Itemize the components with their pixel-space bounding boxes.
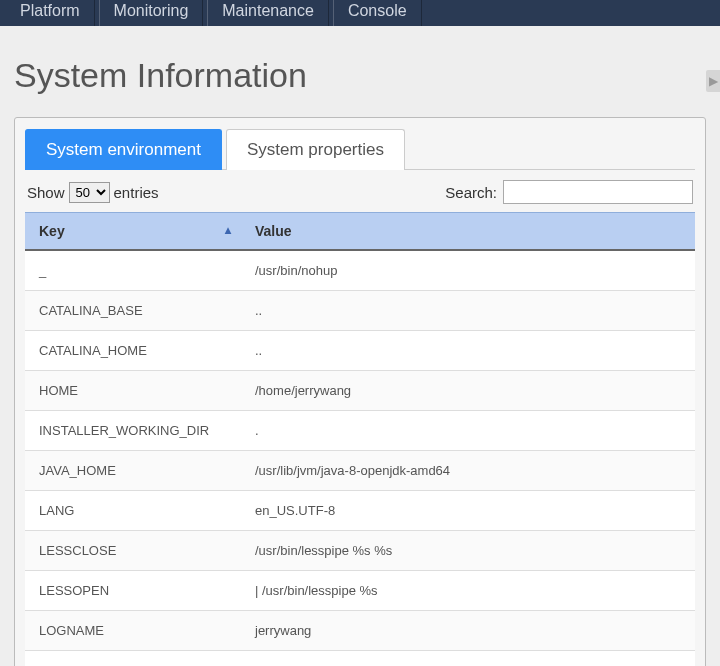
search-input[interactable] — [503, 180, 693, 204]
cell-value: /usr/bin/nohup — [241, 250, 695, 291]
tab-system-environment[interactable]: System environment — [25, 129, 222, 170]
cell-key: LOGNAME — [25, 611, 241, 651]
cell-key: LS_COLORS — [25, 651, 241, 667]
search-label: Search: — [445, 184, 497, 201]
cell-key: _ — [25, 250, 241, 291]
cell-value: .. — [241, 291, 695, 331]
cell-value: /home/jerrywang — [241, 371, 695, 411]
cell-key: LESSCLOSE — [25, 531, 241, 571]
cell-key: INSTALLER_WORKING_DIR — [25, 411, 241, 451]
nav-platform[interactable]: Platform — [6, 0, 95, 26]
table-row: LS_COLORSrs=0:di=01;34:ln=01;36:mh=00:pi… — [25, 651, 695, 667]
table-row: LESSCLOSE/usr/bin/lesspipe %s %s — [25, 531, 695, 571]
cell-value: .. — [241, 331, 695, 371]
table-row: LOGNAMEjerrywang — [25, 611, 695, 651]
show-label-prefix: Show — [27, 184, 65, 201]
forward-icon[interactable]: ▶ — [706, 70, 720, 92]
cell-key: CATALINA_BASE — [25, 291, 241, 331]
tab-system-properties[interactable]: System properties — [226, 129, 405, 170]
cell-value: rs=0:di=01;34:ln=01;36:mh=00:pi=40;33:so… — [241, 651, 695, 667]
nav-console[interactable]: Console — [333, 0, 422, 26]
table-row: INSTALLER_WORKING_DIR. — [25, 411, 695, 451]
nav-maintenance[interactable]: Maintenance — [207, 0, 329, 26]
cell-key: LANG — [25, 491, 241, 531]
cell-key: JAVA_HOME — [25, 451, 241, 491]
column-header-value[interactable]: Value — [241, 213, 695, 251]
table-toolbar: Show 50 entries Search: — [25, 180, 695, 212]
cell-key: CATALINA_HOME — [25, 331, 241, 371]
cell-key: LESSOPEN — [25, 571, 241, 611]
column-header-key[interactable]: Key — [25, 213, 241, 251]
table-row: LANGen_US.UTF-8 — [25, 491, 695, 531]
table-row: JAVA_HOME/usr/lib/jvm/java-8-openjdk-amd… — [25, 451, 695, 491]
cell-value: jerrywang — [241, 611, 695, 651]
cell-value: /usr/bin/lesspipe %s %s — [241, 531, 695, 571]
cell-key: HOME — [25, 371, 241, 411]
cell-value: . — [241, 411, 695, 451]
table-row: CATALINA_HOME.. — [25, 331, 695, 371]
page-size-select[interactable]: 50 — [69, 182, 110, 203]
top-navbar: Platform Monitoring Maintenance Console — [0, 0, 720, 26]
env-table: Key Value _/usr/bin/nohupCATALINA_BASE..… — [25, 212, 695, 666]
cell-value: en_US.UTF-8 — [241, 491, 695, 531]
cell-value: /usr/lib/jvm/java-8-openjdk-amd64 — [241, 451, 695, 491]
cell-value: | /usr/bin/lesspipe %s — [241, 571, 695, 611]
nav-monitoring[interactable]: Monitoring — [99, 0, 204, 26]
show-label-suffix: entries — [114, 184, 159, 201]
table-row: _/usr/bin/nohup — [25, 250, 695, 291]
page-title: System Information — [14, 56, 706, 95]
info-panel: System environment System properties Sho… — [14, 117, 706, 666]
tab-bar: System environment System properties — [25, 128, 695, 170]
table-row: HOME/home/jerrywang — [25, 371, 695, 411]
table-row: CATALINA_BASE.. — [25, 291, 695, 331]
table-row: LESSOPEN| /usr/bin/lesspipe %s — [25, 571, 695, 611]
